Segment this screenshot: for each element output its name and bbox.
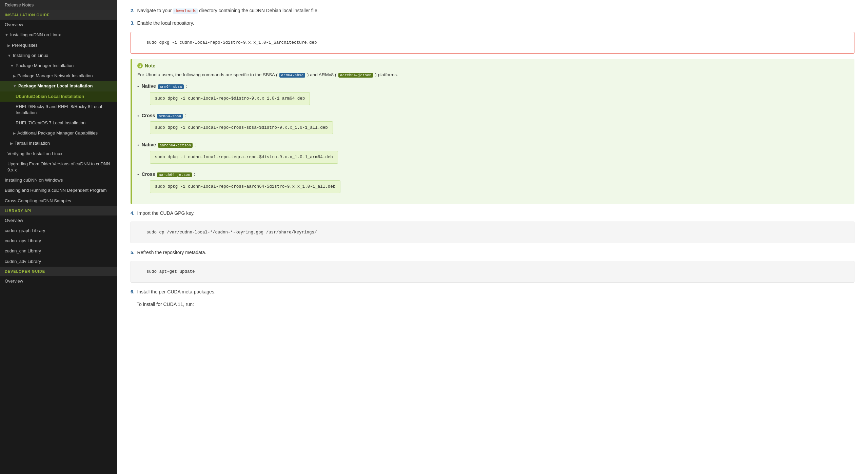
collapse-icon: ▼ bbox=[10, 63, 14, 68]
platform-code-native-aarch64[interactable]: sudo dpkg -i cudnn-local-repo-tegra-repo… bbox=[150, 151, 338, 164]
step-6-text: Install the per-CUDA meta-packages. bbox=[137, 289, 216, 294]
tag-arm64-sbsa-3: arm64-sbsa bbox=[157, 114, 183, 119]
sidebar-item-installing-windows[interactable]: Installing cuDNN on Windows bbox=[0, 175, 117, 185]
sidebar-item-label: Installing cuDNN on Linux bbox=[10, 32, 61, 38]
sidebar-item-release-notes[interactable]: Release Notes bbox=[0, 0, 117, 10]
step-5-number: 5. bbox=[131, 250, 135, 255]
sidebar-item-label: Upgrading From Older Versions of cuDNN t… bbox=[7, 161, 112, 173]
platform-detail: Native aarch64-jetson : sudo dpkg -i cud… bbox=[142, 141, 338, 168]
sidebar-item-installing-on-linux[interactable]: ▼ Installing on Linux bbox=[0, 50, 117, 61]
expand-icon: ▶ bbox=[10, 141, 13, 146]
bullet-icon: • bbox=[137, 112, 139, 120]
sidebar-item-rhel9-rocky9[interactable]: RHEL 9/Rocky 9 and RHEL 8/Rocky 8 Local … bbox=[0, 102, 117, 118]
sidebar-item-label: Package Manager Installation bbox=[16, 63, 74, 69]
step-2: 2. Navigate to your downloads directory … bbox=[131, 7, 854, 15]
tag-aarch64-jetson: aarch64-jetson bbox=[338, 73, 373, 78]
sidebar-section-installation-guide: INSTALLATION GUIDE bbox=[0, 10, 117, 20]
platform-detail: Cross aarch64-jetson : sudo dpkg -i cudn… bbox=[142, 170, 341, 197]
step-4: 4. Import the CUDA GPG key. bbox=[131, 209, 854, 217]
sidebar-item-label: Installing cuDNN on Windows bbox=[5, 177, 63, 183]
sidebar-item-library-overview[interactable]: Overview bbox=[0, 215, 117, 226]
sidebar-item-label: Additional Package Manager Capabilities bbox=[17, 130, 98, 136]
sidebar-item-developer-overview[interactable]: Overview bbox=[0, 276, 117, 286]
sidebar-item-installing-cudnn-linux[interactable]: ▼ Installing cuDNN on Linux bbox=[0, 30, 117, 40]
sidebar-item-upgrading[interactable]: Upgrading From Older Versions of cuDNN t… bbox=[0, 159, 117, 175]
expand-icon: ▶ bbox=[13, 74, 16, 79]
platform-item-cross-arm64: • Cross arm64-sbsa : sudo dpkg -i cudnn-… bbox=[137, 112, 849, 139]
sidebar-item-cudnn-adv[interactable]: cudnn_adv Library bbox=[0, 256, 117, 267]
sidebar-item-label: Package Manager Network Installation bbox=[17, 73, 93, 79]
platform-code-cross-aarch64[interactable]: sudo dpkg -i cudnn-local-repo-cross-aarc… bbox=[150, 180, 341, 193]
bullet-icon: • bbox=[137, 83, 139, 90]
platform-detail: Cross arm64-sbsa : sudo dpkg -i cudnn-lo… bbox=[142, 112, 333, 139]
sidebar-item-cross-compiling[interactable]: Cross-Compiling cuDNN Samples bbox=[0, 196, 117, 206]
sidebar-item-cudnn-cnn[interactable]: cudnn_cnn Library bbox=[0, 246, 117, 256]
bullet-icon: • bbox=[137, 171, 139, 179]
step-3: 3. Enable the local repository. bbox=[131, 19, 854, 27]
sidebar-item-label: Ubuntu/Debian Local Installation bbox=[16, 94, 84, 100]
step-3-number: 3. bbox=[131, 20, 135, 26]
note-intro-text: For Ubuntu users, the following commands… bbox=[137, 71, 849, 79]
note-box: ℹ Note For Ubuntu users, the following c… bbox=[131, 59, 854, 204]
step-3-text: Enable the local repository. bbox=[137, 20, 194, 26]
sidebar-item-label: Overview bbox=[5, 22, 23, 28]
main-content: 2. Navigate to your downloads directory … bbox=[117, 0, 868, 474]
sidebar-item-rhel7-centos7[interactable]: RHEL 7/CentOS 7 Local Installation bbox=[0, 118, 117, 128]
step-6-subtext: To install for CUDA 11, run: bbox=[131, 301, 854, 308]
sidebar-item-label: cudnn_ops Library bbox=[5, 238, 41, 244]
sidebar-item-overview[interactable]: Overview bbox=[0, 20, 117, 30]
sidebar-item-label: cudnn_graph Library bbox=[5, 228, 45, 234]
sidebar-item-building-running[interactable]: Building and Running a cuDNN Dependent P… bbox=[0, 185, 117, 195]
sidebar-item-label: Prerequisites bbox=[12, 42, 38, 48]
collapse-icon: ▼ bbox=[7, 53, 11, 58]
step-4-code-block[interactable]: sudo cp /var/cudnn-local-*/cudnn-*-keyri… bbox=[131, 222, 854, 243]
info-icon: ℹ bbox=[137, 63, 143, 68]
step-4-number: 4. bbox=[131, 210, 135, 216]
step-2-number: 2. bbox=[131, 8, 135, 13]
sidebar-item-label: cudnn_cnn Library bbox=[5, 248, 41, 254]
sidebar-item-ubuntu-debian[interactable]: Ubuntu/Debian Local Installation bbox=[0, 91, 117, 102]
platform-item-native-aarch64: • Native aarch64-jetson : sudo dpkg -i c… bbox=[137, 141, 849, 168]
sidebar-item-label: RHEL 7/CentOS 7 Local Installation bbox=[16, 120, 85, 126]
tag-aarch64-jetson-2: aarch64-jetson bbox=[158, 143, 193, 148]
sidebar-item-label: Tarball Installation bbox=[15, 140, 50, 146]
step-2-text-after: directory containing the cuDNN Debian lo… bbox=[199, 8, 319, 13]
sidebar-item-network-installation[interactable]: ▶ Package Manager Network Installation bbox=[0, 71, 117, 81]
collapse-icon: ▼ bbox=[13, 84, 17, 89]
bullet-icon: • bbox=[137, 142, 139, 149]
sidebar-item-verifying-install[interactable]: Verifying the Install on Linux bbox=[0, 149, 117, 159]
platform-item-native-arm64: • Native arm64-sbsa : sudo dpkg -i cudnn… bbox=[137, 82, 849, 109]
sidebar-section-library-api: LIBRARY API bbox=[0, 206, 117, 215]
step-5-text: Refresh the repository metadata. bbox=[137, 250, 206, 255]
sidebar-item-label: cudnn_adv Library bbox=[5, 259, 41, 265]
tag-arm64-sbsa-2: arm64-sbsa bbox=[158, 84, 184, 89]
sidebar-item-prerequisites[interactable]: ▶ Prerequisites bbox=[0, 40, 117, 50]
sidebar-item-cudnn-graph[interactable]: cudnn_graph Library bbox=[0, 226, 117, 236]
sidebar-item-label: Verifying the Install on Linux bbox=[7, 151, 62, 157]
platform-code-cross-arm64[interactable]: sudo dpkg -i cudnn-local-repo-cross-sbsa… bbox=[150, 121, 333, 134]
expand-icon: ▶ bbox=[13, 131, 16, 136]
step-5-code-block[interactable]: sudo apt-get update bbox=[131, 261, 854, 283]
sidebar-item-additional-capabilities[interactable]: ▶ Additional Package Manager Capabilitie… bbox=[0, 128, 117, 138]
sidebar-item-label: Building and Running a cuDNN Dependent P… bbox=[5, 187, 107, 193]
expand-icon: ▶ bbox=[7, 43, 10, 48]
step-5: 5. Refresh the repository metadata. bbox=[131, 249, 854, 256]
sidebar-item-label: Installing on Linux bbox=[13, 53, 48, 59]
sidebar-item-label: Package Manager Local Installation bbox=[18, 83, 93, 89]
sidebar: Release Notes INSTALLATION GUIDE Overvie… bbox=[0, 0, 117, 474]
tag-aarch64-jetson-3: aarch64-jetson bbox=[157, 172, 192, 177]
tag-arm64-sbsa: arm64-sbsa bbox=[279, 73, 305, 78]
sidebar-section-developer-guide: DEVELOPER GUIDE bbox=[0, 267, 117, 276]
step-2-code-inline: downloads bbox=[173, 8, 198, 14]
step-3-code-block[interactable]: sudo dpkg -i cudnn-local-repo-$distro-9.… bbox=[131, 32, 854, 54]
sidebar-item-label: Overview bbox=[5, 278, 23, 284]
note-header: ℹ Note bbox=[137, 63, 849, 68]
platform-code-native-arm64[interactable]: sudo dpkg -i cudnn-local-repo-$distro-9.… bbox=[150, 92, 310, 105]
sidebar-item-cudnn-ops[interactable]: cudnn_ops Library bbox=[0, 236, 117, 246]
sidebar-item-package-manager-installation[interactable]: ▼ Package Manager Installation bbox=[0, 61, 117, 71]
step-6-number: 6. bbox=[131, 289, 135, 294]
platform-item-cross-aarch64: • Cross aarch64-jetson : sudo dpkg -i cu… bbox=[137, 170, 849, 197]
step-6: 6. Install the per-CUDA meta-packages. bbox=[131, 288, 854, 295]
sidebar-item-tarball-installation[interactable]: ▶ Tarball Installation bbox=[0, 138, 117, 148]
sidebar-item-local-installation[interactable]: ▼ Package Manager Local Installation bbox=[0, 81, 117, 91]
